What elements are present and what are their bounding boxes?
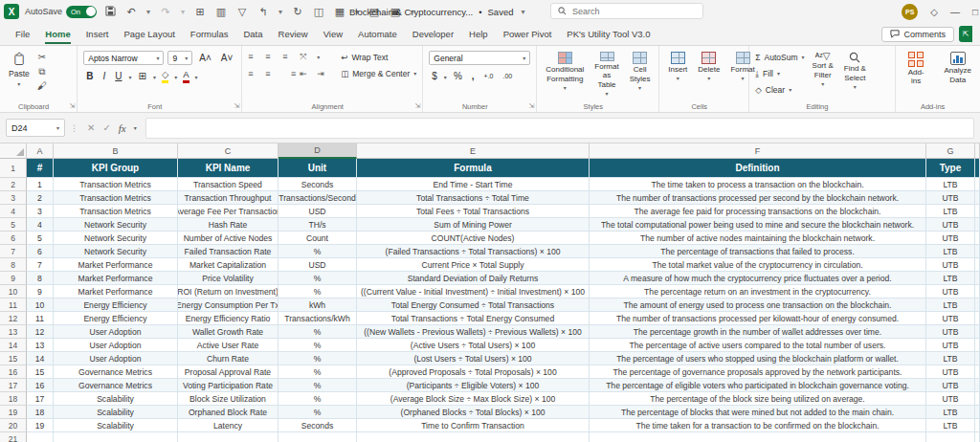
- user-avatar[interactable]: PS: [902, 4, 918, 20]
- cell[interactable]: Transaction Metrics: [54, 205, 178, 218]
- cell[interactable]: Network Security: [54, 232, 178, 245]
- cell[interactable]: UTB: [926, 325, 975, 339]
- minimize-button[interactable]: —: [950, 7, 960, 17]
- cell[interactable]: [590, 432, 926, 442]
- cell-extra[interactable]: [975, 352, 980, 365]
- addins-button[interactable]: Add-ins: [905, 51, 927, 99]
- cell[interactable]: Governance Metrics: [54, 379, 178, 392]
- cell[interactable]: Standard Deviation of Daily Returns: [357, 272, 590, 285]
- cell[interactable]: ((New Wallets - Previous Wallets) ÷ Prev…: [357, 325, 590, 339]
- tab-power-pivot[interactable]: Power Pivot: [496, 25, 560, 44]
- paste-dropdown-icon[interactable]: ▾: [17, 80, 20, 87]
- cell[interactable]: The time taken for a transaction to be c…: [590, 419, 926, 432]
- gem-icon[interactable]: ◇: [930, 7, 938, 17]
- cell[interactable]: Transaction Metrics: [54, 191, 178, 205]
- row-header-19[interactable]: 19: [0, 406, 27, 419]
- underline-button[interactable]: U: [112, 70, 124, 83]
- cell[interactable]: Governance Metrics: [54, 365, 178, 379]
- row-header-7[interactable]: 7: [0, 245, 27, 258]
- cell[interactable]: The total computational power being used…: [590, 218, 926, 232]
- cell[interactable]: 9: [27, 285, 54, 298]
- align-left-icon[interactable]: ≡: [248, 68, 261, 79]
- cell[interactable]: Total Transactions ÷ Total Energy Consum…: [357, 312, 590, 325]
- cell[interactable]: 10: [27, 298, 54, 312]
- cell[interactable]: UTB: [926, 365, 975, 379]
- cell-extra[interactable]: [975, 178, 980, 191]
- borders-qat-icon[interactable]: ⊞: [192, 6, 208, 18]
- align-center-icon[interactable]: ≡: [265, 68, 278, 79]
- fill-color-button[interactable]: ◇: [160, 70, 170, 83]
- cell-styles-button[interactable]: CellStyles ▾: [627, 51, 654, 99]
- clipboard-dialog-launcher-icon[interactable]: ⇲: [69, 102, 75, 110]
- save-icon[interactable]: [102, 6, 118, 18]
- autosave-toggle[interactable]: On: [66, 6, 97, 18]
- copy-icon[interactable]: ⧉: [37, 65, 47, 77]
- font-dialog-launcher-icon[interactable]: ⇲: [234, 102, 239, 110]
- cell[interactable]: [54, 432, 178, 442]
- picture-qat-icon[interactable]: ▥: [213, 6, 229, 18]
- cell[interactable]: Number of Active Nodes: [178, 232, 278, 245]
- row-header-16[interactable]: 16: [0, 365, 27, 379]
- row-header-13[interactable]: 13: [0, 325, 27, 339]
- insert-cells-button[interactable]: Insert▾: [665, 51, 690, 99]
- cell[interactable]: COUNT(Active Nodes): [357, 232, 590, 245]
- row-header-5[interactable]: 5: [0, 218, 27, 232]
- cell[interactable]: USD: [278, 258, 357, 272]
- cell-extra[interactable]: [975, 298, 980, 312]
- cell[interactable]: (Average Block Size ÷ Max Block Size) × …: [357, 392, 590, 406]
- restore-button[interactable]: □: [972, 7, 978, 17]
- tab-file[interactable]: File: [8, 25, 37, 44]
- cell[interactable]: 11: [27, 312, 54, 325]
- tab-review[interactable]: Review: [271, 25, 316, 44]
- cell[interactable]: A measure of how much the cryptocurrency…: [590, 272, 926, 285]
- cell[interactable]: (Participants ÷ Eligible Voters) × 100: [357, 379, 590, 392]
- cell[interactable]: Energy Consumption Per Tx: [178, 298, 278, 312]
- orientation-dropdown-icon[interactable]: ▾: [317, 54, 320, 60]
- cell-extra[interactable]: [975, 218, 980, 232]
- cell[interactable]: The percentage of the block size being u…: [590, 392, 926, 406]
- cell-extra[interactable]: [975, 312, 980, 325]
- cell[interactable]: Transaction Throughput: [178, 191, 278, 205]
- cell[interactable]: 8: [27, 272, 54, 285]
- refresh-qat-icon[interactable]: ↻: [290, 6, 305, 18]
- number-dialog-launcher-icon[interactable]: ⇲: [528, 102, 534, 110]
- cell[interactable]: %: [278, 339, 357, 352]
- cell[interactable]: [27, 432, 54, 442]
- align-bottom-icon[interactable]: ≡: [282, 51, 296, 62]
- cell[interactable]: %: [278, 379, 357, 392]
- cell[interactable]: Energy Efficiency: [54, 298, 178, 312]
- formula-bar-divider[interactable]: ⋮: [70, 123, 78, 133]
- cell[interactable]: %: [278, 392, 357, 406]
- fill-color-dropdown-icon[interactable]: ▾: [174, 74, 177, 80]
- cell-extra[interactable]: [975, 365, 980, 379]
- header-cell[interactable]: KPI Group: [54, 159, 178, 178]
- conditional-formatting-button[interactable]: ConditionalFormatting ▾: [543, 51, 587, 99]
- cell[interactable]: Energy Efficiency Ratio: [178, 312, 278, 325]
- confirm-entry-icon[interactable]: ✓: [102, 122, 110, 133]
- tab-automate[interactable]: Automate: [350, 25, 405, 44]
- cell[interactable]: End Time - Start Time: [357, 178, 590, 191]
- cell[interactable]: Voting Participation Rate: [178, 379, 278, 392]
- currency-dropdown-icon[interactable]: ▾: [444, 74, 447, 80]
- cell[interactable]: TH/s: [278, 218, 357, 232]
- cell[interactable]: Total Fees ÷ Total Transactions: [357, 205, 590, 218]
- cell[interactable]: LTB: [926, 205, 975, 218]
- cell[interactable]: Hash Rate: [178, 218, 278, 232]
- cell[interactable]: UTB: [926, 339, 975, 352]
- share-qat-dropdown-icon[interactable]: ▾: [277, 8, 284, 16]
- cell-extra[interactable]: [975, 191, 980, 205]
- cell-extra[interactable]: [975, 432, 980, 442]
- share-button[interactable]: ⇱: [959, 26, 972, 42]
- analyze-data-button[interactable]: AnalyzeData: [942, 51, 974, 99]
- cell[interactable]: Market Capitalization: [178, 258, 278, 272]
- paste-button[interactable]: 📋︎ Paste ▾: [6, 51, 33, 99]
- tab-formulas[interactable]: Formulas: [183, 25, 236, 44]
- cell[interactable]: ROI (Return on Investment): [178, 285, 278, 298]
- cell[interactable]: Current Price × Total Supply: [357, 258, 590, 272]
- cell[interactable]: The percentage of transactions that fail…: [590, 245, 926, 258]
- font-color-button[interactable]: A: [181, 70, 190, 83]
- column-header-F[interactable]: F: [590, 144, 926, 159]
- cell[interactable]: LTB: [926, 352, 975, 365]
- decrease-decimal-button[interactable]: .00: [501, 70, 516, 83]
- cell[interactable]: Failed Transaction Rate: [178, 245, 278, 258]
